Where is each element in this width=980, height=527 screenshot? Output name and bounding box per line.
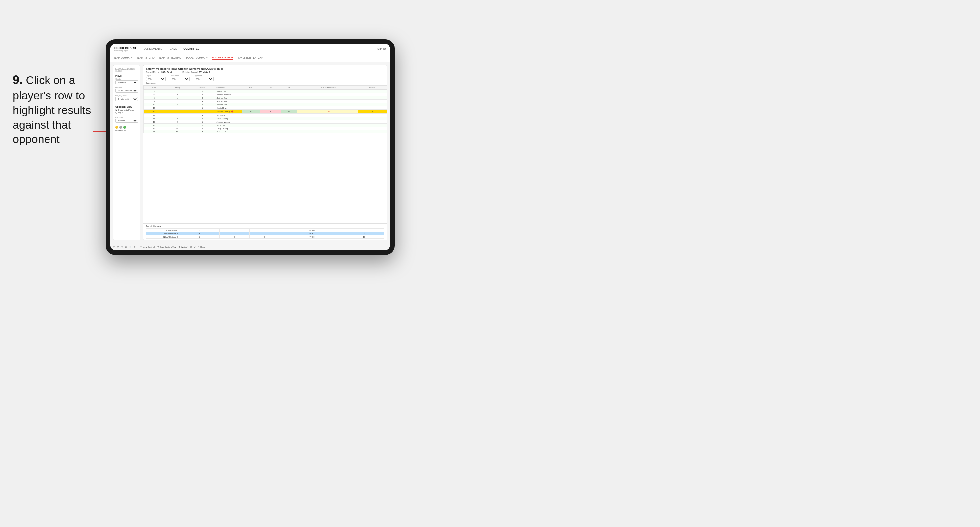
sign-out-link[interactable]: Sign out [377,48,386,50]
cell-win [242,103,260,106]
cell-win [242,106,260,110]
table-row[interactable]: 19 10 6 Emily Chang [143,127,387,130]
cell-win: 0 [242,110,260,114]
sub-nav-team-summary[interactable]: TEAM SUMMARY [114,57,132,60]
cell-div: 20 [143,130,165,133]
cell-tie [281,100,297,103]
cell-diff [297,120,358,124]
col-loss: Loss [260,86,281,90]
share-btn[interactable]: ↗ Share [198,246,205,248]
out-table-row[interactable]: Foreign Team 1 0 0 4.500 2 [146,229,384,232]
cell-loss [260,130,281,133]
cell-conf: 5 [189,117,215,120]
cell-loss [260,96,281,100]
out-cell-loss: 0 [219,235,250,239]
colour-dot-down [115,126,118,129]
watch-icon: 👁 [178,246,180,248]
cell-name: Euna Lee [215,124,242,127]
gender-label: Gender [115,78,138,80]
division-select[interactable]: NCAA Division III [115,89,138,93]
undo-icon[interactable]: ↩ [113,246,115,248]
opponent-filter: Opponent (All) [194,75,213,81]
sub-nav-team-h2h-heatmap[interactable]: TEAM H2H HEATMAP [159,57,182,60]
player-rank-select[interactable]: 8. Katelyn Vo [115,97,138,101]
table-row[interactable]: 18 2 2 Euna Lee [143,124,387,127]
out-cell-win: 5 [180,235,220,239]
cell-win [242,100,260,103]
col-div: # Div [143,86,165,90]
sub-nav-team-h2h-grid[interactable]: TEAM H2H GRID [137,57,155,60]
division-label: Division [115,86,138,88]
table-row[interactable]: 15 8 5 Stella Cheng [143,117,387,120]
view-icon: 👁 [140,246,142,248]
cell-reg [165,106,189,110]
paste-icon[interactable]: 📋 [129,246,132,248]
nav-tournaments[interactable]: TOURNAMENTS [141,48,163,51]
out-table-row[interactable]: NAIA Division 1 15 0 0 9.267 30 [146,232,384,235]
table-row[interactable]: 9 1 4 Sharon Mun [143,100,387,103]
col-reg: # Reg [165,86,189,90]
cell-name: Esther Lee [215,90,242,93]
main-content: Last Updated: 27/03/2024 16:55:28 Player… [110,62,390,243]
layout-icon-btn[interactable]: ⊞ [190,246,192,248]
cell-tie [281,117,297,120]
refresh-icon[interactable]: ↻ [134,246,135,248]
gender-select[interactable]: Women's [115,80,138,84]
out-table-row[interactable]: NCAA Division 2 5 0 0 7.400 10 [146,235,384,239]
sub-nav-player-h2h-heatmap[interactable]: PLAYER H2H HEATMAP [237,57,262,60]
copy-icon[interactable]: ⧉ [125,246,127,248]
nav-committee[interactable]: COMMITTEE [183,48,200,51]
cell-loss [260,124,281,127]
cell-diff [297,114,358,117]
radio-top100[interactable]: Top 100 [115,111,138,114]
table-row[interactable]: 14 7 4 Eunice Yi [143,114,387,117]
out-cell-loss: 0 [219,229,250,232]
table-row[interactable]: 3 1 Esther Lee [143,90,387,93]
nav-bar: SCOREBOARD Powered by clippd TOURNAMENTS… [110,44,390,54]
timestamp: Last Updated: 27/03/2024 16:55:28 [115,68,138,72]
view-original-btn[interactable]: 👁 View: Original [140,246,155,248]
cell-reg: 10 [165,127,189,130]
redo-icon[interactable]: ↪ [121,246,123,248]
cell-win [242,127,260,130]
table-row[interactable]: 13 1 Haejo Hyun [143,106,387,110]
watch-btn[interactable]: 👁 Watch ▾ [178,246,188,248]
tablet-screen: SCOREBOARD Powered by clippd TOURNAMENTS… [110,44,390,251]
region-select[interactable]: (All) [146,77,166,81]
cell-loss [260,120,281,124]
out-cell-diff: 4.500 [280,229,344,232]
overall-record-label: Overall Record: [146,71,161,73]
cell-rounds [358,96,387,100]
cell-div: 13 [143,106,165,110]
cell-rounds [358,93,387,96]
table-row[interactable]: 20 11 7 Federica Domecq Lacroze [143,130,387,133]
filter-row: Region (All) Conference (All) [146,75,384,81]
col-win: Win [242,86,260,90]
redo-small-icon[interactable]: ↺ [117,246,119,248]
colour-by-select[interactable]: Win/loss [115,119,138,122]
cell-conf: 2 [189,93,215,96]
conference-select[interactable]: (All) [170,77,190,81]
opponent-label: Opponent [194,75,213,77]
table-row[interactable]: 16 9 1 Jessica Mason [143,120,387,124]
opponent-select[interactable]: (All) [194,77,213,81]
nav-teams[interactable]: TEAMS [168,48,178,51]
cell-diff [297,127,358,130]
table-row[interactable]: 13 1 Jessica Huang 0 1 0 -3.00 2 [143,110,387,114]
size-icon-btn[interactable]: ⤢ [194,246,196,248]
table-row[interactable]: 10 6 3 Andrea York [143,103,387,106]
table-row[interactable]: 5 2 2 Alexis Sudjianto [143,93,387,96]
radio-opponents-played[interactable]: Opponents Played [115,109,138,111]
cell-win [242,90,260,93]
data-table: # Div # Reg # Conf Opponent Win Loss Tie… [143,86,387,133]
conference-filter: Conference (All) [170,75,190,81]
sub-nav-player-summary[interactable]: PLAYER SUMMARY [186,57,208,60]
cell-loss: 1 [260,110,281,114]
cell-rounds [358,130,387,133]
sub-nav-player-h2h-grid[interactable]: PLAYER H2H GRID [212,56,232,60]
out-section-title: Out of division [146,225,384,227]
table-row[interactable]: 6 1 3 Sydney Kuo [143,96,387,100]
cell-div: 5 [143,93,165,96]
cell-win [242,96,260,100]
save-custom-view-btn[interactable]: 💾 Save Custom View [157,246,177,248]
